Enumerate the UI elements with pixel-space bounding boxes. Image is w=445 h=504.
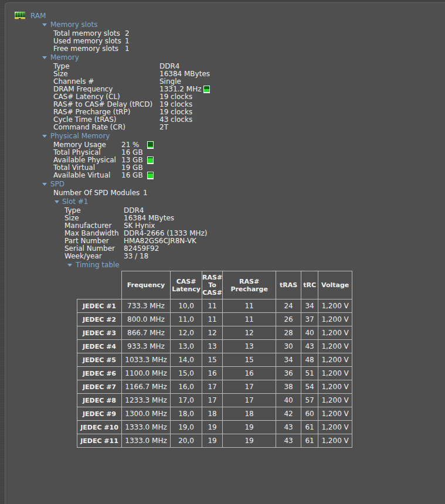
table-cell: 1233.3 MHz xyxy=(122,394,171,407)
table-cell: 61 xyxy=(301,434,318,448)
table-row: JEDEC #61100.0 MHz15,0161636511,200 V xyxy=(77,367,352,380)
table-row-header: JEDEC #8 xyxy=(77,394,122,407)
table-cell: 17 xyxy=(202,394,223,407)
table-cell: 11 xyxy=(223,313,276,326)
field-row: Free memory slots 1 xyxy=(0,45,445,53)
table-cell: 11 xyxy=(223,299,276,313)
table-cell: 1100.0 MHz xyxy=(122,367,171,380)
table-cell: 15 xyxy=(223,353,276,367)
table-cell: 42 xyxy=(276,407,301,421)
table-cell: 54 xyxy=(301,380,318,394)
field-label: Command Rate (CR) xyxy=(53,124,125,131)
table-row: JEDEC #101333.0 MHz19,0191943611,200 V xyxy=(77,421,352,434)
table-cell: 20,0 xyxy=(171,434,202,448)
table-cell: 16 xyxy=(223,367,276,380)
table-cell: 11,0 xyxy=(171,313,202,326)
ram-icon xyxy=(15,12,26,19)
table-cell: 28 xyxy=(276,326,301,340)
collapse-arrow-icon[interactable] xyxy=(42,183,47,186)
table-cell: 11 xyxy=(202,299,223,313)
field-label: Available Virtual xyxy=(53,172,110,179)
table-cell: 12 xyxy=(202,326,223,340)
section-header-physical-memory[interactable]: Physical Memory xyxy=(0,132,445,140)
table-col-header: Frequency xyxy=(122,271,171,299)
table-col-header: CAS# Latency xyxy=(171,271,202,299)
collapse-arrow-icon[interactable] xyxy=(42,135,47,138)
table-col-header: tRC xyxy=(301,271,318,299)
table-cell: 19 xyxy=(202,421,223,434)
table-cell: 26 xyxy=(276,313,301,326)
table-cell: 1,200 V xyxy=(318,380,352,394)
table-row-header: JEDEC #4 xyxy=(77,340,122,353)
section-label: SPD xyxy=(50,181,64,188)
table-cell: 1,200 V xyxy=(318,434,352,448)
field-label: Number Of SPD Modules xyxy=(53,189,140,197)
table-cell: 800.0 MHz xyxy=(122,313,171,326)
table-cell: 34 xyxy=(276,353,301,367)
section-header-spd[interactable]: SPD xyxy=(0,181,445,188)
table-cell: 17 xyxy=(223,380,276,394)
table-row: JEDEC #91300.0 MHz18,0181842601,200 V xyxy=(77,407,352,421)
collapse-arrow-icon[interactable] xyxy=(42,23,47,26)
section-header-timing-table[interactable]: Timing table xyxy=(0,261,445,269)
table-cell: 1333.0 MHz xyxy=(122,421,171,434)
field-value: 16 GB xyxy=(121,172,143,179)
section-header-slot-1[interactable]: Slot #1 xyxy=(0,198,445,206)
collapse-arrow-icon[interactable] xyxy=(67,264,72,267)
table-cell: 1166.7 MHz xyxy=(122,380,171,394)
section-label: Slot #1 xyxy=(62,198,89,206)
table-col-header: tRAS xyxy=(276,271,301,299)
section-label: Memory xyxy=(50,54,79,62)
collapse-arrow-icon[interactable] xyxy=(42,56,47,59)
table-cell: 1,200 V xyxy=(318,353,352,367)
table-cell: 12 xyxy=(223,326,276,340)
field-value: 2T xyxy=(159,124,168,131)
table-cell: 1,200 V xyxy=(318,407,352,421)
table-cell: 19 xyxy=(202,434,223,448)
table-cell: 1,200 V xyxy=(318,394,352,407)
section-header-memory-slots[interactable]: Memory slots xyxy=(0,21,445,29)
table-cell: 40 xyxy=(276,394,301,407)
table-row-header: JEDEC #10 xyxy=(77,421,122,434)
table-cell: 1,200 V xyxy=(318,421,352,434)
field-row: Command Rate (CR) 2T xyxy=(0,124,445,131)
table-row: JEDEC #111333.0 MHz20,0191943611,200 V xyxy=(77,434,352,448)
table-cell: 1,200 V xyxy=(318,367,352,380)
graph-icon[interactable] xyxy=(147,172,154,179)
table-cell: 11 xyxy=(202,313,223,326)
field-value: 1 xyxy=(143,189,148,197)
field-row: Number Of SPD Modules 1 xyxy=(0,189,445,197)
table-cell: 1333.0 MHz xyxy=(122,434,171,448)
table-cell: 30 xyxy=(276,340,301,353)
collapse-arrow-icon[interactable] xyxy=(55,200,59,203)
tree-node-ram-label: RAM xyxy=(30,12,46,20)
table-col-header: RAS# To CAS# xyxy=(202,271,223,299)
graph-icon[interactable] xyxy=(147,156,154,164)
table-row-header: JEDEC #5 xyxy=(77,353,122,367)
table-cell: 43 xyxy=(276,421,301,434)
table-row-header: JEDEC #1 xyxy=(77,299,122,313)
table-row: JEDEC #4933.3 MHz13,0131330431,200 V xyxy=(77,340,352,353)
field-row: Week/year 33 / 18 xyxy=(0,253,445,260)
table-cell: 60 xyxy=(301,407,318,421)
field-label: Week/year xyxy=(64,253,102,260)
section-label: Memory slots xyxy=(50,21,98,29)
field-label: Free memory slots xyxy=(53,45,118,53)
section-header-memory[interactable]: Memory xyxy=(0,54,445,62)
table-row-header: JEDEC #6 xyxy=(77,367,122,380)
table-row-header: JEDEC #7 xyxy=(77,380,122,394)
table-cell: 17 xyxy=(223,394,276,407)
table-cell: 24 xyxy=(276,299,301,313)
tree-node-ram[interactable]: RAM xyxy=(0,12,445,20)
table-cell: 19 xyxy=(223,434,276,448)
table-cell: 15 xyxy=(202,353,223,367)
field-row: Available Virtual 16 GB xyxy=(0,172,445,179)
table-cell: 43 xyxy=(276,434,301,448)
section-label: Timing table xyxy=(76,261,120,269)
graph-icon[interactable] xyxy=(147,141,154,149)
graph-icon[interactable] xyxy=(203,86,210,93)
table-cell: 16 xyxy=(202,367,223,380)
table-row-header: JEDEC #11 xyxy=(77,434,122,448)
table-cell: 1300.0 MHz xyxy=(122,407,171,421)
table-row: JEDEC #2800.0 MHz11,0111126371,200 V xyxy=(77,313,352,326)
